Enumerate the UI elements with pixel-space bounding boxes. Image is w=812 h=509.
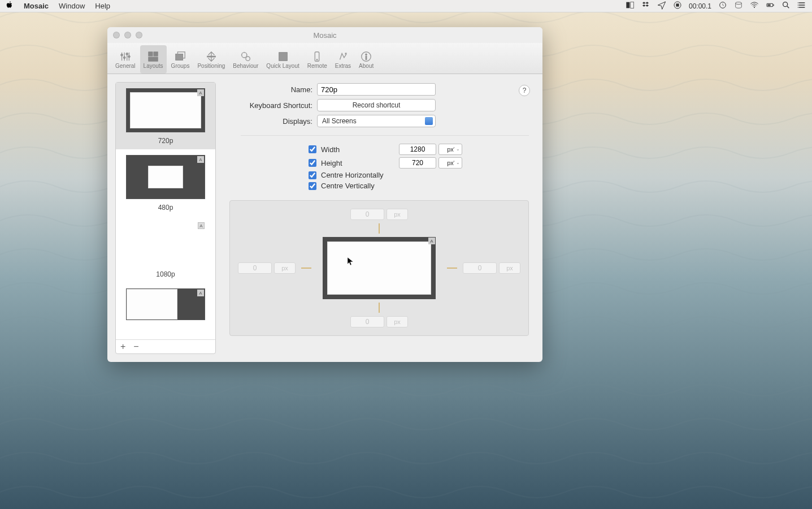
svg-point-24: [242, 52, 247, 57]
shortcut-label: Keyboard Shortcut:: [229, 101, 317, 110]
svg-point-28: [316, 59, 318, 60]
stop-icon[interactable]: [673, 1, 682, 11]
record-shortcut-button[interactable]: Record shortcut: [317, 99, 436, 111]
margin-right-unit: px: [499, 262, 520, 274]
layout-label: 1080p: [123, 270, 209, 278]
svg-point-14: [121, 54, 123, 56]
tab-extras[interactable]: Extras: [332, 45, 354, 74]
svg-point-5: [736, 2, 742, 5]
tab-remote[interactable]: Remote: [304, 45, 331, 74]
width-label: Width: [321, 145, 394, 154]
help-button[interactable]: ?: [519, 85, 530, 96]
layout-thumb: A: [126, 88, 205, 132]
preferences-window: Mosaic General Layouts Groups Positionin…: [107, 27, 542, 362]
svg-rect-19: [154, 51, 158, 55]
menu-window[interactable]: Window: [59, 2, 85, 10]
window-title: Mosaic: [313, 31, 336, 40]
name-field[interactable]: [317, 83, 436, 96]
preview-box: px px A px: [229, 200, 529, 336]
svg-point-15: [123, 57, 125, 59]
width-unit-select[interactable]: px: [438, 144, 462, 155]
battery-icon[interactable]: [766, 1, 775, 11]
margin-left-control: px: [238, 262, 296, 274]
tab-behaviour[interactable]: Behaviour: [229, 45, 262, 74]
tab-about[interactable]: About: [355, 45, 377, 74]
margin-right-control: px: [463, 262, 520, 274]
margin-bottom-input: [350, 316, 384, 327]
mosaic-menubar-icon[interactable]: [626, 1, 635, 11]
badge-a-icon: A: [197, 156, 204, 163]
layout-label: 480p: [123, 204, 209, 212]
detail-pane: Name: Keyboard Shortcut: Record shortcut…: [224, 82, 535, 354]
width-checkbox[interactable]: [309, 145, 316, 153]
svg-rect-1: [631, 2, 634, 8]
spotlight-icon[interactable]: [781, 1, 791, 11]
layout-thumb: A: [126, 155, 205, 199]
centre-h-checkbox[interactable]: [309, 171, 316, 179]
svg-rect-3: [676, 3, 679, 6]
tab-groups[interactable]: Groups: [168, 45, 193, 74]
add-layout-button[interactable]: +: [120, 342, 125, 352]
displays-label: Displays:: [229, 117, 317, 126]
titlebar[interactable]: Mosaic: [107, 27, 542, 43]
zoom-button[interactable]: [136, 32, 142, 38]
svg-point-30: [366, 53, 367, 55]
layout-sidebar: A 720p A 480p A 1080p A + −: [115, 82, 216, 354]
height-unit-select[interactable]: px: [438, 157, 462, 169]
tab-quicklayout[interactable]: Quick Layout: [263, 45, 302, 74]
svg-point-6: [754, 7, 755, 8]
margin-right-input: [463, 262, 497, 274]
clock-text: 00:00.1: [689, 2, 711, 10]
menubar: Mosaic Window Help 00:00.1: [0, 0, 812, 12]
minimize-button[interactable]: [124, 32, 131, 38]
location-icon[interactable]: [657, 1, 666, 11]
app-name[interactable]: Mosaic: [24, 2, 49, 10]
svg-point-17: [128, 55, 130, 58]
centre-h-label: Centre Horizontally: [321, 171, 384, 179]
svg-point-12: [798, 5, 798, 5]
toolbar: General Layouts Groups Positioning Behav…: [107, 43, 542, 74]
disk-icon[interactable]: [734, 1, 743, 11]
svg-rect-8: [773, 5, 774, 6]
centre-v-checkbox[interactable]: [309, 182, 316, 190]
centre-v-label: Centre Vertically: [321, 182, 375, 190]
layout-item-4[interactable]: A: [116, 283, 215, 320]
remove-layout-button[interactable]: −: [133, 342, 138, 352]
layout-item-1080p[interactable]: A 1080p: [116, 216, 215, 283]
badge-a-icon: A: [197, 89, 204, 96]
svg-rect-20: [149, 57, 158, 61]
wifi-icon[interactable]: [750, 1, 759, 11]
margin-left-input: [238, 262, 272, 274]
height-input[interactable]: [399, 157, 436, 169]
svg-point-10: [783, 2, 788, 7]
close-button[interactable]: [113, 32, 120, 38]
margin-top-unit: px: [387, 209, 408, 220]
svg-point-25: [246, 57, 250, 61]
layout-item-720p[interactable]: A 720p: [116, 83, 215, 149]
svg-rect-18: [149, 51, 153, 55]
margin-left-unit: px: [274, 262, 296, 274]
badge-a-icon: A: [428, 238, 435, 244]
width-input[interactable]: [399, 144, 436, 155]
badge-a-icon: A: [198, 222, 205, 229]
tab-positioning[interactable]: Positioning: [194, 45, 228, 74]
svg-rect-0: [626, 2, 629, 8]
apple-menu[interactable]: [6, 1, 14, 11]
svg-point-13: [798, 7, 798, 7]
tab-general[interactable]: General: [112, 45, 139, 74]
svg-rect-21: [176, 54, 183, 60]
dropbox-icon[interactable]: [641, 1, 650, 11]
menu-help[interactable]: Help: [95, 2, 110, 10]
displays-select[interactable]: All Screens: [317, 115, 436, 127]
tab-layouts[interactable]: Layouts: [140, 45, 167, 74]
sync-icon[interactable]: [718, 1, 727, 11]
svg-rect-31: [366, 56, 367, 59]
layout-item-480p[interactable]: A 480p: [116, 149, 215, 216]
list-icon[interactable]: [797, 1, 806, 11]
margin-bottom-unit: px: [387, 316, 408, 327]
margin-bottom-control: px: [350, 316, 408, 327]
height-checkbox[interactable]: [309, 159, 316, 167]
sidebar-footer: + −: [116, 339, 215, 353]
cursor-icon: [348, 257, 354, 266]
margin-top-control: px: [350, 209, 408, 220]
